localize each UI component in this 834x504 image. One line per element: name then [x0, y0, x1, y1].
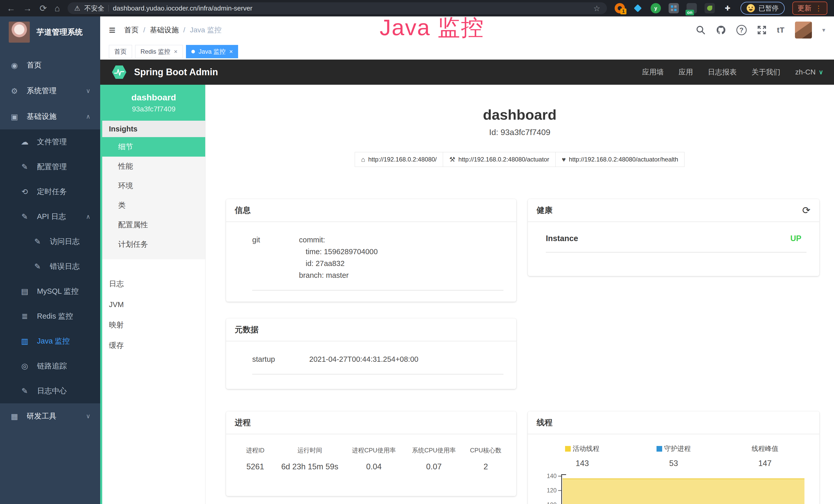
close-icon[interactable]: × [229, 48, 233, 55]
actuator-url: http://192.168.0.2:48080/actuator [459, 156, 549, 163]
sidebar-item-log-center[interactable]: ✎ 日志中心 [0, 379, 100, 403]
git-key: git [235, 234, 299, 281]
extension-pin-icon[interactable] [633, 3, 643, 13]
browser-home-icon[interactable]: ⌂ [55, 4, 60, 13]
health-url: http://192.168.0.2:48080/actuator/health [569, 156, 678, 163]
topbar-actions: ? tT ▾ [696, 22, 825, 39]
instance-header[interactable]: dashboard 93a3fc7f7409 [102, 85, 205, 121]
health-instance-row[interactable]: Instance UP [536, 234, 811, 243]
sidebar-item-config-management[interactable]: ✎ 配置管理 [0, 154, 100, 179]
extension-switch-icon[interactable]: on [686, 3, 697, 13]
sidebar-item-tracing[interactable]: ◎ 链路追踪 [0, 353, 100, 379]
sidebar-item-mysql-monitor[interactable]: ▤ MySQL 监控 [0, 279, 100, 304]
info-card-title: 信息 [226, 199, 516, 222]
sba-nav-journal[interactable]: 日志报表 [708, 67, 737, 77]
browser-menu-kebab-icon[interactable]: ⋮ [815, 4, 822, 13]
sba-nav-wallboard[interactable]: 应用墙 [642, 67, 664, 77]
paused-profile-pill[interactable]: 已暂停 [741, 2, 785, 15]
instance-menu-logs[interactable]: 日志 [102, 274, 205, 294]
instance-menu-config-props[interactable]: 配置属性 [102, 215, 205, 235]
not-secure-label[interactable]: 不安全 [84, 4, 104, 13]
sidebar-item-home[interactable]: ◉ 首页 [0, 52, 100, 78]
sidebar-item-java-monitor[interactable]: ▥ Java 监控 [0, 329, 100, 353]
instance-menu-mappings[interactable]: 映射 [102, 315, 205, 335]
sba-language-select[interactable]: zh-CN ∨ [795, 68, 823, 76]
browser-update-button[interactable]: 更新 ⋮ [792, 2, 827, 15]
hamburger-icon[interactable]: ≡ [109, 24, 115, 37]
page-instance-id: Id: 93a3fc7f7409 [205, 128, 834, 137]
extension-grid-icon[interactable] [668, 3, 679, 13]
instance-menu-caches[interactable]: 缓存 [102, 335, 205, 356]
actuator-url-link[interactable]: ⚒ http://192.168.0.2:48080/actuator [443, 152, 555, 167]
user-menu-caret-icon[interactable]: ▾ [822, 26, 825, 33]
extension-orange-icon[interactable]: 1 [615, 3, 625, 13]
instance-menu-environment[interactable]: 环境 [102, 176, 205, 196]
app-frame: 芋道管理系统 ◉ 首页 ⚙ 系统管理 ∨ ▣ 基础设施 ∧ [0, 17, 834, 504]
sidebar-item-infrastructure[interactable]: ▣ 基础设施 ∧ [0, 104, 100, 130]
sba-nav: 应用墙 应用 日志报表 关于我们 zh-CN ∨ [642, 67, 823, 77]
git-commit-line: commit: [299, 234, 378, 246]
process-table: 进程ID 5261 运行时间 6d 23h 15m 59s 进程CPU使用率 0… [235, 446, 507, 472]
live-threads-area [563, 478, 805, 504]
instance-menu-details[interactable]: 细节 [102, 137, 205, 157]
instance-menu-jvm[interactable]: JVM [102, 294, 205, 315]
url-text[interactable]: dashboard.yudao.iocoder.cn/infra/admin-s… [113, 4, 252, 12]
app-logo-row[interactable]: 芋道管理系统 [0, 17, 100, 48]
address-bar[interactable]: ⚠ 不安全 dashboard.yudao.iocoder.cn/infra/a… [68, 2, 607, 14]
user-avatar[interactable] [795, 22, 812, 39]
instance-menu-scheduled-tasks[interactable]: 计划任务 [102, 235, 205, 254]
legend-label: 守护进程 [664, 444, 691, 453]
sidebar-item-api-logs[interactable]: ✎ API 日志 ∧ [0, 204, 100, 229]
tab-redis-monitor[interactable]: Redis 监控 × [135, 45, 183, 58]
browser-reload-icon[interactable]: ⟳ [40, 4, 47, 13]
browser-forward-icon[interactable]: → [23, 4, 32, 13]
font-size-icon[interactable]: tT [777, 26, 785, 35]
chevron-down-icon: ∨ [86, 413, 90, 420]
health-url-link[interactable]: ♥ http://192.168.0.2:48080/actuator/heal… [555, 152, 684, 167]
sidebar-item-system-management[interactable]: ⚙ 系统管理 ∨ [0, 78, 100, 104]
legend-value: 143 [536, 459, 628, 468]
fullscreen-icon[interactable] [757, 25, 767, 35]
view-tabs: 首页 Redis 监控 × Java 监控 × [100, 44, 834, 60]
sidebar-item-dev-tools[interactable]: ▦ 研发工具 ∨ [0, 403, 100, 429]
sidebar-item-scheduled-tasks[interactable]: ⟲ 定时任务 [0, 179, 100, 204]
health-instance-label: Instance [546, 234, 578, 243]
bookmark-star-icon[interactable]: ☆ [593, 4, 600, 13]
home-icon: ⌂ [361, 156, 365, 164]
search-icon[interactable] [696, 25, 706, 35]
sidebar-item-file-management[interactable]: ☁ 文件管理 [0, 130, 100, 154]
blue-swatch [657, 446, 662, 452]
sba-nav-applications[interactable]: 应用 [679, 67, 693, 77]
log-edit-icon: ✎ [20, 386, 29, 395]
sidebar-item-redis-monitor[interactable]: ≣ Redis 监控 [0, 304, 100, 329]
github-icon[interactable] [716, 25, 726, 35]
instance-menu-classes[interactable]: 类 [102, 196, 205, 215]
breadcrumb-infrastructure[interactable]: 基础设施 [150, 25, 178, 35]
help-icon[interactable]: ? [737, 25, 747, 35]
history-icon[interactable]: ⟲ [803, 205, 811, 216]
startup-value: 2021-04-27T00:44:31.254+08:00 [309, 353, 418, 365]
insights-group: 细节 性能 环境 类 配置属性 计划任务 [102, 137, 205, 259]
service-url-link[interactable]: ⌂ http://192.168.0.2:48080/ [355, 152, 443, 167]
sidebar-item-error-logs[interactable]: ✎ 错误日志 [0, 254, 100, 279]
layers-icon: ≣ [20, 312, 29, 321]
legend-label: 活动线程 [573, 444, 599, 453]
extension-y-icon[interactable]: y [651, 3, 661, 13]
extensions-puzzle-icon[interactable]: ✚ [723, 3, 733, 13]
sidebar-menu: ◉ 首页 ⚙ 系统管理 ∨ ▣ 基础设施 ∧ ☁ 文件管理 [0, 52, 100, 429]
tab-home[interactable]: 首页 [109, 45, 132, 58]
metadata-card: 元数据 startup 2021-04-27T00:44:31.254+08:0… [226, 318, 516, 389]
sba-nav-about[interactable]: 关于我们 [751, 67, 780, 77]
browser-back-icon[interactable]: ← [7, 4, 16, 13]
process-col-process-cpu: 进程CPU使用率 0.04 [344, 446, 404, 472]
health-card-body: Instance UP [528, 222, 819, 260]
extension-leaf-icon[interactable] [705, 3, 715, 13]
process-col-cores: CPU核心数 2 [464, 446, 507, 472]
instance-menu-metrics[interactable]: 性能 [102, 157, 205, 176]
infrastructure-icon: ▣ [10, 112, 19, 121]
tab-java-monitor[interactable]: Java 监控 × [186, 45, 238, 58]
close-icon[interactable]: × [174, 48, 177, 55]
chevron-down-icon: ∨ [86, 87, 90, 94]
sidebar-item-access-logs[interactable]: ✎ 访问日志 [0, 229, 100, 254]
breadcrumb-home[interactable]: 首页 [124, 25, 139, 35]
